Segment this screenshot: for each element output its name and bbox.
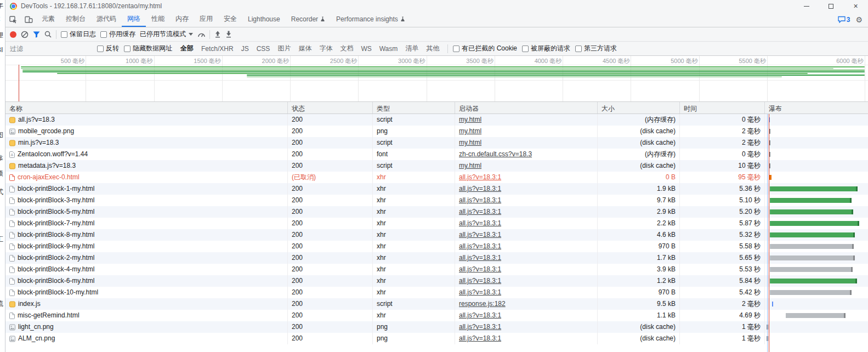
disable-cache-checkbox[interactable]: 停用缓存 <box>100 30 135 39</box>
issues-indicator[interactable]: 3 <box>838 16 850 24</box>
initiator-link[interactable]: my.html <box>459 127 481 135</box>
blocked-requests-checkbox[interactable]: 被屏蔽的请求 <box>522 44 570 53</box>
initiator-link[interactable]: all.js?v=18.3:1 <box>459 323 501 331</box>
initiator-link[interactable]: zh-cn.default.css?v=18.3 <box>459 150 532 158</box>
type-filter-11[interactable]: 其他 <box>423 43 442 54</box>
initiator-link[interactable]: all.js?v=18.3:1 <box>459 277 501 285</box>
filter-input[interactable] <box>10 45 92 53</box>
request-row[interactable]: block-printBlock-3-my.html200xhrall.js?v… <box>5 195 868 206</box>
export-har-button[interactable] <box>225 31 232 38</box>
initiator-link[interactable]: all.js?v=18.3:1 <box>459 185 501 192</box>
third-party-checkbox[interactable]: 第三方请求 <box>575 44 617 53</box>
overview-pane[interactable]: 500 毫秒1000 毫秒1500 毫秒2000 毫秒2500 毫秒3000 毫… <box>5 56 868 102</box>
request-row[interactable]: light_cn.png200pngall.js?v=18.3:1(disk c… <box>5 321 868 333</box>
request-row[interactable]: AZentaoIcon.woff?v=1.44200fontzh-cn.defa… <box>5 149 868 160</box>
maximize-button[interactable] <box>819 0 843 12</box>
request-row[interactable]: block-printBlock-10-my.html200xhrall.js?… <box>5 287 868 298</box>
initiator-link[interactable]: all.js?v=18.3:1 <box>459 254 501 262</box>
initiator-link[interactable]: my.html <box>459 162 481 169</box>
type-filter-2[interactable]: JS <box>238 44 252 53</box>
request-row[interactable]: block-printBlock-6-my.html200xhrall.js?v… <box>5 275 868 287</box>
settings-gear-icon[interactable]: ⚙ <box>855 16 863 24</box>
clear-button[interactable] <box>21 31 29 38</box>
type-filter-7[interactable]: 文档 <box>337 43 356 54</box>
tab-label: 源代码 <box>97 14 116 24</box>
type-filter-0[interactable]: 全部 <box>177 43 197 54</box>
request-row[interactable]: misc-getRemind.html200xhrall.js?v=18.3:1… <box>5 310 868 321</box>
initiator-link[interactable]: all.js?v=18.3:1 <box>459 196 501 204</box>
request-row[interactable]: block-printBlock-9-my.html200xhrall.js?v… <box>5 241 868 252</box>
status-cell: 200 <box>288 241 373 252</box>
request-row[interactable]: block-printBlock-1-my.html200xhrall.js?v… <box>5 183 868 195</box>
header-time[interactable]: 时间 <box>680 102 765 113</box>
type-filter-6[interactable]: 字体 <box>316 43 336 54</box>
header-type[interactable]: 类型 <box>373 102 455 113</box>
background-page-strip: 年it理BI图靠顶式汇流 <box>0 0 5 352</box>
request-row[interactable]: ALM_cn.png200pngall.js?v=18.3:1(disk cac… <box>5 333 868 344</box>
close-button[interactable]: × <box>843 0 868 12</box>
type-filter-5[interactable]: 媒体 <box>295 43 315 54</box>
header-size[interactable]: 大小 <box>598 102 680 113</box>
request-row[interactable]: block-printBlock-5-my.html200xhrall.js?v… <box>5 206 868 218</box>
request-row[interactable]: mobile_qrcode.png200pngmy.html(disk cach… <box>5 126 868 137</box>
initiator-link[interactable]: all.js?v=18.3:1 <box>459 173 501 181</box>
initiator-link[interactable]: my.html <box>459 116 481 123</box>
tab-console[interactable]: 控制台 <box>60 12 91 27</box>
request-row[interactable]: metadata.js?v=18.3200scriptmy.html(disk … <box>5 160 868 172</box>
search-button[interactable] <box>44 31 52 38</box>
initiator-link[interactable]: all.js?v=18.3:1 <box>459 242 501 250</box>
initiator-link[interactable]: all.js?v=18.3:1 <box>459 288 501 296</box>
invert-filter-checkbox[interactable]: 反转 <box>97 44 119 53</box>
tab-application[interactable]: 应用 <box>194 12 218 27</box>
tab-lighthouse[interactable]: Lighthouse <box>242 12 286 27</box>
device-toolbar-button[interactable] <box>21 12 36 27</box>
tab-memory[interactable]: 内存 <box>170 12 194 27</box>
request-row[interactable]: min.js?v=18.3200scriptmy.html(disk cache… <box>5 137 868 149</box>
type-filter-1[interactable]: Fetch/XHR <box>198 44 237 53</box>
request-row[interactable]: index.js200scriptresponse.js:1829.5 kB2 … <box>5 298 868 310</box>
filter-toggle-button[interactable] <box>33 31 40 38</box>
request-row[interactable]: cron-ajaxExec-0.html(已取消)xhrall.js?v=18.… <box>5 172 868 183</box>
header-status[interactable]: 状态 <box>288 102 373 113</box>
header-waterfall[interactable]: 瀑布 <box>765 102 868 113</box>
request-row[interactable]: all.js?v=18.3200scriptmy.html(内存缓存)0 毫秒 <box>5 114 868 126</box>
tab-performance[interactable]: 性能 <box>146 12 170 27</box>
initiator-link[interactable]: all.js?v=18.3:1 <box>459 231 501 239</box>
initiator-link[interactable]: my.html <box>459 139 481 146</box>
header-name[interactable]: 名称 <box>5 102 288 113</box>
hide-data-urls-checkbox[interactable]: 隐藏数据网址 <box>124 44 172 53</box>
request-row[interactable]: block-printBlock-2-my.html200xhrall.js?v… <box>5 252 868 264</box>
initiator-link[interactable]: all.js?v=18.3:1 <box>459 311 501 319</box>
throttling-select[interactable]: 已停用节流模式 <box>140 30 193 39</box>
tab-sources[interactable]: 源代码 <box>91 12 122 27</box>
import-har-button[interactable] <box>214 31 221 38</box>
header-initiator[interactable]: 启动器 <box>455 102 598 113</box>
record-button[interactable] <box>10 31 16 38</box>
type-filter-3[interactable]: CSS <box>253 44 274 53</box>
minimize-button[interactable] <box>794 0 819 12</box>
type-filter-8[interactable]: WS <box>358 44 375 53</box>
tab-recorder[interactable]: Recorder <box>286 12 331 27</box>
initiator-link[interactable]: response.js:182 <box>459 300 506 308</box>
initiator-link[interactable]: all.js?v=18.3:1 <box>459 219 501 227</box>
tab-network[interactable]: 网络 <box>122 12 146 27</box>
request-row[interactable]: block-printBlock-4-my.html200xhrall.js?v… <box>5 264 868 275</box>
tick-label: 3000 毫秒 <box>398 57 426 65</box>
type-filter-10[interactable]: 清单 <box>402 43 422 54</box>
network-conditions-button[interactable] <box>197 31 205 38</box>
request-row[interactable]: block-printBlock-8-my.html200xhrall.js?v… <box>5 229 868 241</box>
font-file-icon: A <box>9 151 15 158</box>
tab-elements[interactable]: 元素 <box>36 12 60 27</box>
tab-security[interactable]: 安全 <box>218 12 242 27</box>
initiator-link[interactable]: all.js?v=18.3:1 <box>459 265 501 273</box>
blocked-cookies-checkbox[interactable]: 有已拦截的 Cookie <box>453 44 517 53</box>
tab-performance-insights[interactable]: Performance insights <box>331 12 411 27</box>
preserve-log-checkbox[interactable]: 保留日志 <box>61 30 96 39</box>
type-filter-4[interactable]: 图片 <box>274 43 294 54</box>
initiator-link[interactable]: all.js?v=18.3:1 <box>459 334 501 342</box>
initiator-link[interactable]: all.js?v=18.3:1 <box>459 208 501 215</box>
inspect-element-button[interactable] <box>5 12 21 27</box>
status-cell: 200 <box>288 264 373 275</box>
type-filter-9[interactable]: Wasm <box>376 44 401 53</box>
request-row[interactable]: block-printBlock-7-my.html200xhrall.js?v… <box>5 218 868 229</box>
